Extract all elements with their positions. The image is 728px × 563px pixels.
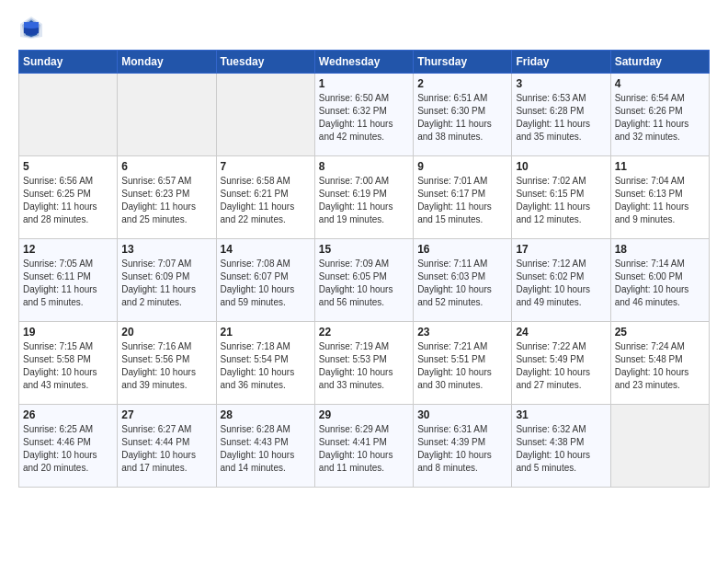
day-info: Sunrise: 7:07 AMSunset: 6:09 PMDaylight:… [121, 258, 211, 309]
day-number: 25 [615, 326, 705, 339]
calendar-cell [610, 405, 709, 488]
calendar-header: SundayMondayTuesdayWednesdayThursdayFrid… [19, 51, 710, 74]
weekday-header-tuesday: Tuesday [216, 51, 314, 74]
day-number: 1 [319, 77, 409, 90]
calendar-cell: 19Sunrise: 7:15 AMSunset: 5:58 PMDayligh… [19, 322, 118, 405]
logo [18, 15, 48, 40]
calendar-week-5: 26Sunrise: 6:25 AMSunset: 4:46 PMDayligh… [19, 405, 710, 488]
calendar-cell: 28Sunrise: 6:28 AMSunset: 4:43 PMDayligh… [216, 405, 314, 488]
day-info: Sunrise: 6:31 AMSunset: 4:39 PMDaylight:… [417, 423, 507, 475]
logo-icon [18, 15, 44, 40]
day-number: 17 [516, 243, 606, 256]
calendar-cell: 1Sunrise: 6:50 AMSunset: 6:32 PMDaylight… [314, 74, 413, 156]
day-number: 13 [121, 243, 211, 256]
day-number: 6 [121, 160, 211, 173]
calendar-cell: 17Sunrise: 7:12 AMSunset: 6:02 PMDayligh… [512, 239, 610, 322]
day-number: 10 [516, 160, 606, 173]
day-info: Sunrise: 7:22 AMSunset: 5:49 PMDaylight:… [516, 340, 606, 392]
day-info: Sunrise: 7:15 AMSunset: 5:58 PMDaylight:… [23, 340, 113, 392]
calendar-cell: 14Sunrise: 7:08 AMSunset: 6:07 PMDayligh… [216, 239, 314, 322]
page: SundayMondayTuesdayWednesdayThursdayFrid… [0, 0, 728, 502]
day-info: Sunrise: 7:24 AMSunset: 5:48 PMDaylight:… [615, 340, 705, 392]
day-number: 27 [121, 408, 211, 421]
day-number: 26 [23, 408, 113, 421]
weekday-header-thursday: Thursday [414, 51, 512, 74]
day-info: Sunrise: 7:11 AMSunset: 6:03 PMDaylight:… [417, 258, 507, 309]
day-number: 12 [23, 243, 113, 256]
day-number: 16 [417, 243, 507, 256]
day-info: Sunrise: 6:32 AMSunset: 4:38 PMDaylight:… [516, 423, 606, 475]
day-number: 29 [319, 408, 409, 421]
day-info: Sunrise: 7:19 AMSunset: 5:53 PMDaylight:… [319, 340, 409, 392]
calendar-cell [216, 74, 314, 156]
calendar-cell: 3Sunrise: 6:53 AMSunset: 6:28 PMDaylight… [512, 74, 610, 156]
day-info: Sunrise: 6:56 AMSunset: 6:25 PMDaylight:… [23, 175, 113, 226]
day-info: Sunrise: 7:01 AMSunset: 6:17 PMDaylight:… [417, 175, 507, 226]
day-info: Sunrise: 7:12 AMSunset: 6:02 PMDaylight:… [516, 258, 606, 309]
day-info: Sunrise: 6:57 AMSunset: 6:23 PMDaylight:… [121, 175, 211, 226]
day-number: 20 [121, 326, 211, 339]
calendar-cell: 22Sunrise: 7:19 AMSunset: 5:53 PMDayligh… [314, 322, 413, 405]
weekday-header-sunday: Sunday [19, 51, 118, 74]
calendar-cell: 9Sunrise: 7:01 AMSunset: 6:17 PMDaylight… [414, 156, 512, 239]
weekday-header-monday: Monday [118, 51, 216, 74]
day-number: 28 [221, 408, 311, 421]
calendar-cell: 5Sunrise: 6:56 AMSunset: 6:25 PMDaylight… [19, 156, 118, 239]
calendar-cell: 8Sunrise: 7:00 AMSunset: 6:19 PMDaylight… [314, 156, 413, 239]
day-number: 4 [615, 77, 705, 90]
day-info: Sunrise: 6:27 AMSunset: 4:44 PMDaylight:… [121, 423, 211, 475]
day-number: 24 [516, 326, 606, 339]
day-number: 9 [417, 160, 507, 173]
calendar-cell: 23Sunrise: 7:21 AMSunset: 5:51 PMDayligh… [414, 322, 512, 405]
calendar-cell: 11Sunrise: 7:04 AMSunset: 6:13 PMDayligh… [610, 156, 709, 239]
calendar-table: SundayMondayTuesdayWednesdayThursdayFrid… [18, 50, 710, 488]
day-number: 31 [516, 408, 606, 421]
calendar-cell: 29Sunrise: 6:29 AMSunset: 4:41 PMDayligh… [314, 405, 413, 488]
calendar-week-2: 5Sunrise: 6:56 AMSunset: 6:25 PMDaylight… [19, 156, 710, 239]
day-number: 5 [23, 160, 113, 173]
calendar-cell: 30Sunrise: 6:31 AMSunset: 4:39 PMDayligh… [414, 405, 512, 488]
day-info: Sunrise: 6:50 AMSunset: 6:32 PMDaylight:… [319, 92, 409, 144]
calendar-cell [19, 74, 118, 156]
day-info: Sunrise: 6:29 AMSunset: 4:41 PMDaylight:… [319, 423, 409, 475]
calendar-cell: 12Sunrise: 7:05 AMSunset: 6:11 PMDayligh… [19, 239, 118, 322]
header [18, 15, 710, 40]
day-info: Sunrise: 6:25 AMSunset: 4:46 PMDaylight:… [23, 423, 113, 475]
day-info: Sunrise: 7:21 AMSunset: 5:51 PMDaylight:… [417, 340, 507, 392]
day-info: Sunrise: 7:08 AMSunset: 6:07 PMDaylight:… [221, 258, 311, 309]
calendar-cell: 10Sunrise: 7:02 AMSunset: 6:15 PMDayligh… [512, 156, 610, 239]
calendar-cell: 31Sunrise: 6:32 AMSunset: 4:38 PMDayligh… [512, 405, 610, 488]
weekday-row: SundayMondayTuesdayWednesdayThursdayFrid… [19, 51, 710, 74]
day-info: Sunrise: 7:16 AMSunset: 5:56 PMDaylight:… [121, 340, 211, 392]
weekday-header-friday: Friday [512, 51, 610, 74]
day-info: Sunrise: 7:18 AMSunset: 5:54 PMDaylight:… [221, 340, 311, 392]
calendar-cell: 16Sunrise: 7:11 AMSunset: 6:03 PMDayligh… [414, 239, 512, 322]
day-info: Sunrise: 7:14 AMSunset: 6:00 PMDaylight:… [615, 258, 705, 309]
calendar-cell: 20Sunrise: 7:16 AMSunset: 5:56 PMDayligh… [118, 322, 216, 405]
calendar-cell: 27Sunrise: 6:27 AMSunset: 4:44 PMDayligh… [118, 405, 216, 488]
day-info: Sunrise: 7:05 AMSunset: 6:11 PMDaylight:… [23, 258, 113, 309]
day-info: Sunrise: 6:58 AMSunset: 6:21 PMDaylight:… [221, 175, 311, 226]
day-number: 14 [221, 243, 311, 256]
day-number: 11 [615, 160, 705, 173]
calendar-week-1: 1Sunrise: 6:50 AMSunset: 6:32 PMDaylight… [19, 74, 710, 156]
day-info: Sunrise: 6:54 AMSunset: 6:26 PMDaylight:… [615, 92, 705, 144]
calendar-cell: 13Sunrise: 7:07 AMSunset: 6:09 PMDayligh… [118, 239, 216, 322]
calendar-cell: 4Sunrise: 6:54 AMSunset: 6:26 PMDaylight… [610, 74, 709, 156]
calendar-cell: 18Sunrise: 7:14 AMSunset: 6:00 PMDayligh… [610, 239, 709, 322]
calendar-week-3: 12Sunrise: 7:05 AMSunset: 6:11 PMDayligh… [19, 239, 710, 322]
calendar-cell: 26Sunrise: 6:25 AMSunset: 4:46 PMDayligh… [19, 405, 118, 488]
calendar-cell [118, 74, 216, 156]
day-number: 7 [221, 160, 311, 173]
day-number: 21 [221, 326, 311, 339]
day-number: 18 [615, 243, 705, 256]
day-info: Sunrise: 7:00 AMSunset: 6:19 PMDaylight:… [319, 175, 409, 226]
weekday-header-wednesday: Wednesday [314, 51, 413, 74]
day-info: Sunrise: 6:53 AMSunset: 6:28 PMDaylight:… [516, 92, 606, 144]
weekday-header-saturday: Saturday [610, 51, 709, 74]
day-number: 3 [516, 77, 606, 90]
calendar-cell: 25Sunrise: 7:24 AMSunset: 5:48 PMDayligh… [610, 322, 709, 405]
calendar-cell: 15Sunrise: 7:09 AMSunset: 6:05 PMDayligh… [314, 239, 413, 322]
day-number: 22 [319, 326, 409, 339]
calendar-cell: 24Sunrise: 7:22 AMSunset: 5:49 PMDayligh… [512, 322, 610, 405]
